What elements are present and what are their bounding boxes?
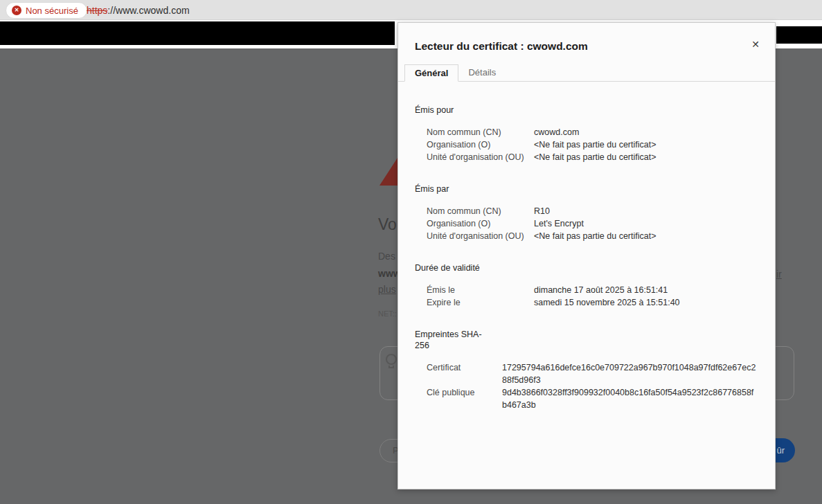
field-value: <Ne fait pas partie du certificat> [534,151,758,163]
browser-address-bar: ✕ Non sécurisé https://www.cwowd.com [0,0,822,20]
field-value: 9d4b3866f0328ff3f909932f0040b8c16fa50f54… [502,386,758,411]
error-icon: ✕ [12,6,21,15]
learn-more-link-fragment-right[interactable]: ir [776,269,782,280]
field-value: Let's Encrypt [534,217,758,230]
section-issued-by: Émis par Nom commun (CN) R10 Organisatio… [415,183,758,242]
dialog-content: Émis pour Nom commun (CN) cwowd.com Orga… [398,82,775,489]
certificate-viewer-dialog: Lecteur du certificat : cwowd.com ✕ Géné… [397,22,776,489]
field-value: samedi 15 novembre 2025 à 15:51:40 [534,296,758,309]
section-issued-to: Émis pour Nom commun (CN) cwowd.com Orga… [415,105,758,163]
field-label: Nom commun (CN) [427,205,534,217]
section-heading: Émis par [415,183,484,195]
field-value: R10 [534,205,758,217]
section-validity: Durée de validité Émis le dimanche 17 ao… [415,262,758,309]
url-scheme-strikethrough: https [87,5,107,16]
cert-field-row: Unité d'organisation (OU) <Ne fait pas p… [415,230,758,242]
dialog-title: Lecteur du certificat : cwowd.com [415,40,588,53]
section-fingerprints: Empreintes SHA-256 Certificat 17295794a6… [415,329,758,411]
cert-field-row: Organisation (O) <Ne fait pas partie du … [415,138,758,151]
field-label: Unité d'organisation (OU) [427,151,534,163]
error-code-fragment: NET:: [378,309,397,318]
field-label: Nom commun (CN) [427,126,534,138]
field-label: Clé publique [427,386,502,399]
field-value: <Ne fait pas partie du certificat> [534,230,758,242]
section-heading: Empreintes SHA-256 [415,329,484,351]
cert-field-row: Certificat 17295794a616defce16c0e709722a… [415,361,758,386]
field-label: Expire le [427,296,534,309]
dialog-tabbar: Général Détails [398,64,775,82]
tab-general[interactable]: Général [404,64,458,82]
redacted-bar-left [0,21,395,45]
field-label: Certificat [427,361,502,374]
cert-field-row: Unité d'organisation (OU) <Ne fait pas p… [415,151,758,163]
learn-more-link-fragment-left[interactable]: plus [378,284,396,295]
section-heading: Émis pour [415,105,484,116]
cert-field-row: Nom commun (CN) R10 [415,205,758,217]
interstitial-heading-fragment: Vo [378,215,397,234]
close-icon[interactable]: ✕ [751,39,760,50]
cert-field-row: Nom commun (CN) cwowd.com [415,126,758,138]
field-value: <Ne fait pas partie du certificat> [534,138,758,151]
field-label: Organisation (O) [427,138,534,151]
lightbulb-icon [386,354,397,365]
field-label: Organisation (O) [427,217,534,230]
field-label: Émis le [427,284,534,296]
security-badge-label: Non sécurisé [26,6,78,16]
security-badge[interactable]: ✕ Non sécurisé [6,2,87,19]
url-text[interactable]: https://www.cwowd.com [87,0,190,20]
field-value: dimanche 17 août 2025 à 16:51:41 [534,284,758,296]
cert-field-row: Émis le dimanche 17 août 2025 à 16:51:41 [415,284,758,296]
cert-field-row: Clé publique 9d4b3866f0328ff3f909932f004… [415,386,758,411]
section-heading: Durée de validité [415,262,484,273]
cert-field-row: Expire le samedi 15 novembre 2025 à 15:5… [415,296,758,309]
cert-field-row: Organisation (O) Let's Encrypt [415,217,758,230]
interstitial-body-fragment: Des [378,251,395,262]
field-value: cwowd.com [534,126,758,138]
url-host: ://www.cwowd.com [107,5,189,16]
tab-details[interactable]: Détails [458,64,506,82]
redacted-bar-right [776,26,822,44]
field-value: 17295794a616defce16c0e709722a967b970f104… [502,361,758,386]
lightbulb-icon-base [388,366,394,368]
field-label: Unité d'organisation (OU) [427,230,534,242]
